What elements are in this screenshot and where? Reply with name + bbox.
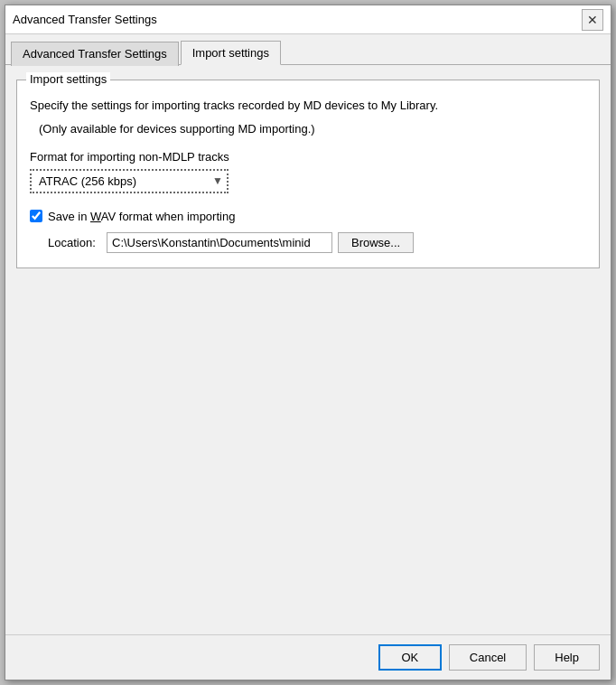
window-title: Advanced Transfer Settings bbox=[13, 13, 157, 26]
note-text: (Only available for devices supporting M… bbox=[30, 122, 586, 136]
group-label: Import settings bbox=[26, 72, 110, 86]
dialog-window: Advanced Transfer Settings ✕ Advanced Tr… bbox=[5, 5, 611, 680]
format-label: Format for importing non-MDLP tracks bbox=[30, 150, 586, 164]
location-label: Location: bbox=[48, 236, 107, 249]
wav-checkbox-label: Save in WAV format when importing bbox=[48, 210, 235, 223]
help-button[interactable]: Help bbox=[534, 644, 600, 671]
browse-button[interactable]: Browse... bbox=[338, 232, 414, 253]
ok-button[interactable]: OK bbox=[378, 644, 442, 671]
close-button[interactable]: ✕ bbox=[582, 9, 603, 31]
wav-checkbox[interactable] bbox=[30, 210, 42, 222]
format-select-wrapper: ATRAC (256 kbps) ATRAC (132 kbps) WAV ▼ bbox=[30, 169, 229, 193]
wav-checkbox-row: Save in WAV format when importing bbox=[30, 210, 586, 223]
format-select[interactable]: ATRAC (256 kbps) ATRAC (132 kbps) WAV bbox=[30, 169, 229, 193]
tab-bar: Advanced Transfer Settings Import settin… bbox=[5, 34, 611, 65]
cancel-button[interactable]: Cancel bbox=[449, 644, 527, 671]
location-input[interactable] bbox=[107, 232, 332, 253]
import-settings-group: Import settings Specify the settings for… bbox=[16, 80, 600, 268]
location-row: Location: Browse... bbox=[30, 232, 586, 253]
tab-import-settings[interactable]: Import settings bbox=[181, 41, 281, 65]
title-bar: Advanced Transfer Settings ✕ bbox=[5, 5, 611, 34]
content-area: Import settings Specify the settings for… bbox=[5, 65, 611, 634]
tab-advanced-transfer[interactable]: Advanced Transfer Settings bbox=[11, 42, 179, 66]
description-text: Specify the settings for importing track… bbox=[30, 97, 586, 115]
group-content: Specify the settings for importing track… bbox=[30, 97, 586, 253]
dialog-footer: OK Cancel Help bbox=[5, 634, 611, 680]
